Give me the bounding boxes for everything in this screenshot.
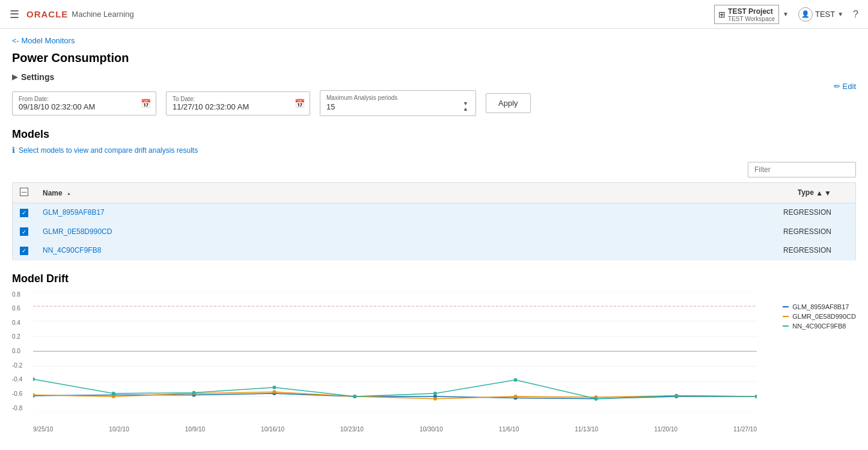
model-name-link[interactable]: NN_4C90CF9FB8 [43,246,101,254]
legend-label: GLMR_0E58D990CD [792,313,856,320]
settings-section-header[interactable]: ▶ Settings [12,72,856,82]
y-axis-label: 0.4 [12,319,33,326]
type-sort-icons[interactable]: ▲ ▼ [816,189,831,197]
oracle-logo: ORACLE Machine Learning [26,9,134,19]
y-axis-label: -0.2 [12,362,33,369]
x-axis-label: 11/6/10 [499,426,519,433]
settings-arrow-icon: ▶ [12,73,17,81]
user-avatar-icon: 👤 [798,7,813,22]
hamburger-icon[interactable]: ☰ [10,8,19,21]
user-info[interactable]: 👤 TEST ▼ [798,7,843,22]
x-axis-label: 10/2/10 [109,426,129,433]
x-axis-label: 10/9/10 [185,426,205,433]
type-column-header[interactable]: Type ▲ ▼ [456,183,856,203]
table-row: ✓ GLM_8959AF8B17 REGRESSION [13,203,856,223]
legend-item: NN_4C90CF9FB8 [783,322,856,330]
project-info[interactable]: ⊞ TEST Project TEST Workspace ▼ [714,5,789,24]
header-left: ☰ ORACLE Machine Learning [10,8,134,21]
x-axis-label: 10/16/10 [261,426,284,433]
sort-up-icon: ▲ [67,191,71,196]
y-axis-label: 0.8 [12,291,33,298]
select-all-checkbox[interactable] [20,188,28,196]
x-axis-label: 11/27/10 [733,426,757,433]
model-name-link[interactable]: GLM_8959AF8B17 [43,208,105,217]
to-date-label: To Date: [173,96,304,102]
table-header-row: Name ▲ Type ▲ ▼ [13,183,856,203]
max-analysis-value: 15 [326,102,335,111]
analysis-arrow-up[interactable]: ▲ [462,106,469,112]
y-axis-label: 0.0 [12,348,33,354]
svg-point-33 [272,386,276,389]
page-title: Power Consumption [12,51,856,65]
project-icon: ⊞ [718,10,726,19]
drift-chart-svg [33,291,757,411]
row-checkbox-cell[interactable]: ✓ [13,241,36,260]
x-axis-label: 9/25/10 [33,426,53,433]
select-all-header[interactable] [13,183,36,203]
y-axis-label: 0.6 [12,305,33,312]
user-label: TEST [815,10,835,19]
y-axis-label: 0.2 [12,333,33,340]
row-name-cell: GLMR_0E58D990CD [35,222,456,241]
info-circle-icon: ℹ [12,146,15,155]
row-checkbox[interactable]: ✓ [20,209,28,217]
apply-button[interactable]: Apply [486,93,531,113]
model-name-link[interactable]: GLMR_0E58D990CD [43,227,112,236]
filter-input[interactable] [748,162,856,177]
svg-point-39 [755,395,757,398]
model-drift-section: Model Drift 0.80.60.40.20.0-0.2-0.4-0.6-… [12,273,856,433]
ml-text: Machine Learning [72,10,133,19]
from-date-field[interactable]: From Date: 09/18/10 02:32:00 AM 📅 [12,91,156,116]
drift-chart-container: 0.80.60.40.20.0-0.2-0.4-0.6-0.8 GLM_8959… [12,291,856,424]
svg-point-31 [112,392,115,395]
help-icon[interactable]: ? [853,9,858,20]
row-checkbox-cell[interactable]: ✓ [13,203,36,223]
svg-point-25 [433,396,437,400]
row-checkbox-cell[interactable]: ✓ [13,222,36,241]
y-axis-label: -0.4 [12,376,33,383]
main-content: ✏ Edit <- Model Monitors Power Consumpti… [0,29,868,440]
drift-section-title: Model Drift [12,273,856,285]
user-chevron-icon[interactable]: ▼ [837,11,843,17]
edit-button[interactable]: ✏ Edit [834,82,856,91]
models-info-row: ℹ Select models to view and compare drif… [12,146,856,155]
svg-point-30 [33,377,35,381]
row-type-cell: REGRESSION [456,222,856,241]
models-table: Name ▲ Type ▲ ▼ ✓ GLM_89 [12,182,856,260]
project-chevron-icon[interactable]: ▼ [783,11,789,17]
svg-point-23 [272,390,276,393]
table-row: ✓ GLMR_0E58D990CD REGRESSION [13,222,856,241]
breadcrumb-link[interactable]: <- Model Monitors [12,36,75,45]
legend-color [783,316,789,317]
edit-pencil-icon: ✏ [834,82,840,91]
table-row: ✓ NN_4C90CF9FB8 REGRESSION [13,241,856,260]
to-date-calendar-icon[interactable]: 📅 [295,99,305,108]
name-sort-icon[interactable]: ▲ [67,191,71,196]
settings-label: Settings [21,72,54,82]
y-axis-label: -0.8 [12,405,33,411]
analysis-arrows[interactable]: ▼ ▲ [462,101,469,112]
svg-point-34 [353,395,356,398]
type-sort-down-icon: ▼ [824,189,831,197]
row-checkbox[interactable]: ✓ [20,247,28,255]
edit-label[interactable]: Edit [843,82,856,91]
name-column-header[interactable]: Name ▲ [35,183,456,203]
models-info-text: Select models to view and compare drift … [19,146,198,155]
chart-legend: GLM_8959AF8B17 GLMR_0E58D990CD NN_4C90CF… [783,303,856,332]
from-date-value: 09/18/10 02:32:00 AM [19,102,150,111]
legend-label: NN_4C90CF9FB8 [792,322,846,330]
name-column-label: Name [43,189,63,197]
row-checkbox[interactable]: ✓ [20,227,28,236]
svg-point-36 [514,378,518,381]
y-axis-label: -0.6 [12,390,33,397]
y-axis-labels: 0.80.60.40.20.0-0.2-0.4-0.6-0.8 [12,291,33,411]
row-name-cell: GLM_8959AF8B17 [35,203,456,223]
max-analysis-field[interactable]: Maximum Analysis periods 15 ▼ ▲ [320,90,476,116]
svg-point-32 [192,390,196,394]
filter-row [12,162,856,177]
to-date-value: 11/27/10 02:32:00 AM [173,102,304,111]
from-date-calendar-icon[interactable]: 📅 [141,99,151,108]
project-box[interactable]: ⊞ TEST Project TEST Workspace [714,5,779,24]
analysis-controls: 15 ▼ ▲ [326,101,469,112]
to-date-field[interactable]: To Date: 11/27/10 02:32:00 AM 📅 [166,91,310,116]
